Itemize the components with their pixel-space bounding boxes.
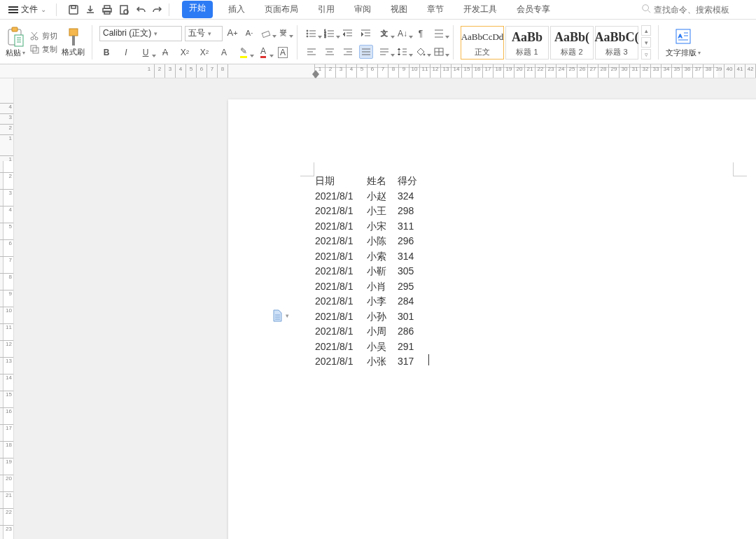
vertical-ruler[interactable]: 4321123456789101112131415161718192021222… (0, 78, 14, 539)
preview-icon[interactable] (118, 4, 130, 15)
align-left-button[interactable] (304, 45, 318, 59)
separator (453, 25, 454, 59)
paste-button[interactable]: 粘贴▾ (6, 27, 25, 58)
page[interactable]: ▾ 日期 姓名 得分 2021/8/1小赵3242021/8/1小王298202… (228, 99, 756, 539)
col-name-header: 姓名 (367, 174, 391, 189)
undo-icon[interactable] (135, 4, 146, 15)
style-label: 标题 3 (606, 47, 627, 57)
shading-button[interactable] (414, 45, 428, 59)
ruler-tick: 18 (493, 64, 503, 78)
format-painter-button[interactable]: 格式刷 (62, 27, 85, 57)
bullets-button[interactable] (304, 27, 318, 41)
search-box[interactable] (641, 4, 752, 15)
tab-page-layout[interactable]: 页面布局 (260, 1, 302, 18)
document-body[interactable]: 日期 姓名 得分 2021/8/1小赵3242021/8/1小王2982021/… (315, 174, 429, 370)
ruler-tick: 16 (472, 64, 482, 78)
cell-score: 296 (398, 234, 419, 249)
bold-button[interactable]: B (99, 46, 113, 59)
change-case-button[interactable]: A (217, 46, 231, 59)
ruler-tick: 1 (0, 134, 13, 145)
style-label: 标题 2 (561, 47, 582, 57)
align-justify-button[interactable] (359, 45, 373, 59)
style-scroll-up[interactable]: ▴ (641, 25, 651, 36)
horizontal-ruler[interactable]: 87654321 1234567891011121314151617181920… (0, 64, 756, 78)
show-marks-button[interactable]: ¶ (414, 27, 428, 41)
borders-button[interactable] (432, 45, 446, 59)
style-heading3[interactable]: AaBbC( 标题 3 (595, 26, 638, 59)
ruler-tick: 33 (650, 64, 661, 78)
font-name-combo[interactable]: Calibri (正文)▾ (99, 26, 182, 41)
style-heading2[interactable]: AaBb( 标题 2 (550, 26, 594, 59)
sort-button[interactable]: A↓ (396, 27, 410, 41)
text-direction-button[interactable]: 文 (377, 27, 391, 41)
distribute-button[interactable] (377, 45, 391, 59)
divider (169, 4, 169, 16)
strikethrough-button[interactable]: A (158, 46, 172, 59)
tab-references[interactable]: 引用 (314, 1, 339, 18)
copy-button[interactable]: 复制 (29, 44, 57, 55)
redo-icon[interactable] (152, 4, 163, 15)
decrease-font-button[interactable]: A- (242, 26, 256, 40)
decrease-indent-button[interactable] (341, 27, 355, 41)
increase-font-button[interactable]: A+ (225, 26, 239, 40)
cell-name: 小周 (367, 324, 391, 340)
print-icon[interactable] (102, 4, 113, 15)
file-menu-button[interactable]: 文件 ⌄ (4, 2, 50, 17)
ruler-tick: 15 (0, 391, 13, 401)
tab-dev-tools[interactable]: 开发工具 (459, 1, 501, 18)
font-size-combo[interactable]: 五号▾ (185, 26, 223, 41)
style-normal[interactable]: AaBbCcDd 正文 (461, 26, 504, 59)
underline-button[interactable]: U (139, 46, 153, 59)
ruler-tick: 21 (0, 491, 13, 502)
chevron-down-icon: ⌄ (41, 6, 46, 13)
cell-name: 小宋 (367, 219, 391, 234)
svg-text:A: A (678, 33, 682, 39)
ruler-tick: 20 (514, 64, 524, 78)
increase-indent-button[interactable] (359, 27, 373, 41)
font-color-button[interactable]: A (256, 46, 270, 59)
ribbon: 粘贴▾ 剪切 复制 格式刷 Calibri (正文)▾ 五号▾ A+ A- 쁓 (0, 20, 756, 64)
clear-format-button[interactable] (259, 26, 273, 40)
ruler-tick: 24 (556, 64, 566, 78)
output-icon[interactable] (85, 4, 96, 15)
text-layout-button[interactable]: A 文字排版▾ (666, 27, 701, 58)
line-spacing-button[interactable] (396, 45, 410, 59)
cut-button[interactable]: 剪切 (29, 31, 57, 41)
search-input[interactable] (654, 5, 752, 15)
align-right-button[interactable] (341, 45, 355, 59)
tab-insert[interactable]: 插入 (224, 1, 249, 18)
ruler-tick: 15 (461, 64, 472, 78)
svg-text:3: 3 (324, 34, 326, 38)
style-preview: AaBbCcDd (461, 28, 504, 47)
subscript-button[interactable]: X2 (197, 46, 211, 59)
tab-start[interactable]: 开始 (182, 1, 213, 18)
tab-member[interactable]: 会员专享 (512, 1, 554, 18)
cell-date: 2021/8/1 (315, 264, 360, 279)
svg-point-7 (643, 5, 649, 11)
superscript-button[interactable]: X2 (178, 46, 192, 59)
tab-chapter[interactable]: 章节 (423, 1, 448, 18)
document-canvas[interactable]: ▾ 日期 姓名 得分 2021/8/1小赵3242021/8/1小王298202… (14, 78, 756, 539)
page-action-badge[interactable]: ▾ (272, 309, 289, 322)
style-expand[interactable]: ▿ (641, 49, 651, 59)
tab-view[interactable]: 视图 (386, 1, 412, 18)
char-border-button[interactable]: A (276, 46, 290, 59)
align-center-button[interactable] (323, 45, 337, 59)
phonetic-guide-button[interactable]: 쁓 (276, 26, 290, 40)
save-icon[interactable] (68, 4, 79, 15)
tab-review[interactable]: 审阅 (350, 1, 375, 18)
cell-score: 324 (398, 189, 419, 204)
sort-icon: A↓ (398, 29, 407, 38)
styles-group: AaBbCcDd 正文 AaBb 标题 1 AaBb( 标题 2 AaBbC( … (458, 21, 654, 64)
ruler-tick: 4 (176, 64, 186, 78)
svg-rect-22 (72, 36, 75, 46)
cell-score: 301 (398, 309, 419, 325)
style-heading1[interactable]: AaBb 标题 1 (505, 26, 549, 59)
italic-button[interactable]: I (119, 46, 133, 59)
highlight-button[interactable]: ✎ (237, 46, 251, 59)
style-scroll-down[interactable]: ▾ (641, 37, 651, 48)
line-spacing-top-button[interactable] (432, 27, 446, 41)
numbering-button[interactable]: 123 (323, 27, 337, 41)
ruler-tick: 12 (430, 64, 440, 78)
indent-marker[interactable] (312, 70, 319, 77)
